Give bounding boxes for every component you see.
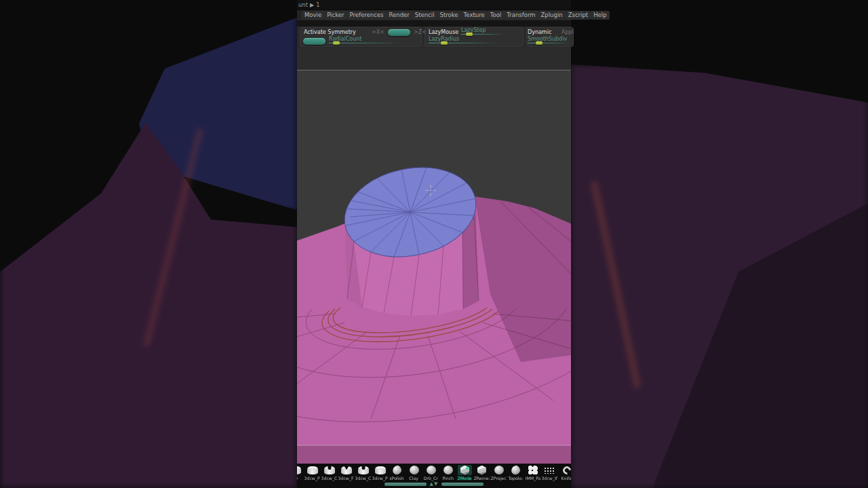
lazystep-label: LazyStep: [461, 27, 486, 33]
menu-render[interactable]: Render: [386, 11, 412, 20]
brush-item[interactable]: Clay: [406, 465, 422, 481]
brush-item[interactable]: sPolish: [389, 465, 406, 481]
menu-tool[interactable]: Tool: [488, 11, 505, 20]
smoothsubdiv-label: SmoothSubdiv: [528, 36, 567, 42]
polish-brush-icon: [392, 465, 402, 475]
lazyradius-handle[interactable]: [441, 41, 448, 45]
brush-item[interactable]: ZReme:: [473, 465, 490, 481]
tray-scroll-track-left[interactable]: [384, 483, 427, 486]
canvas-top-band: [297, 47, 571, 70]
brush-item[interactable]: 3dcw_F: [338, 465, 355, 481]
brush-item[interactable]: _D: [297, 465, 304, 481]
activate-symmetry-button[interactable]: Activate Symmetry: [304, 29, 356, 35]
smoothsubdiv-track: [528, 43, 571, 43]
brush-item[interactable]: Pinch: [439, 465, 456, 481]
video-backdrop-right: [571, 0, 868, 488]
menu-movie[interactable]: Movie: [302, 11, 324, 20]
radialcount-toggle[interactable]: [303, 38, 326, 45]
orb-brush-icon: [427, 466, 436, 474]
menu-stencil[interactable]: Stencil: [412, 11, 437, 20]
menu-zscript[interactable]: Zscript: [566, 11, 591, 20]
cylinder-brush-icon: [297, 466, 301, 474]
lazyradius-track: [429, 43, 498, 43]
zremesher-cube-icon: [477, 466, 486, 475]
zproject-brush-icon: [494, 466, 504, 474]
brush-item[interactable]: 3dcw_P: [304, 465, 321, 481]
menu-transform[interactable]: Transform: [504, 11, 538, 20]
brush-item[interactable]: 3dcw_If: [541, 465, 558, 481]
topology-brush-icon: [511, 465, 521, 475]
brush-tray: _D 3dcw_P 3dcw_C 3dcw_F 3dcw_C: [297, 464, 571, 488]
menu-help[interactable]: Help: [591, 11, 609, 20]
pinch-brush-icon: [443, 466, 453, 474]
sculpt-viewport[interactable]: [297, 70, 571, 464]
symmetry-x-button[interactable]: >X<: [372, 29, 384, 35]
radialcount-handle[interactable]: [333, 41, 340, 45]
apply-button[interactable]: Appl: [561, 29, 574, 35]
brush-item[interactable]: Orb_Cr: [422, 465, 439, 481]
menu-picker[interactable]: Picker: [324, 11, 347, 20]
knife-brush-icon: [561, 464, 571, 476]
brush-item[interactable]: 3dcw_P: [372, 465, 389, 481]
video-backdrop-left: [0, 0, 297, 488]
tray-scroll-track-right[interactable]: [441, 483, 484, 486]
cylinder-brush-icon: [375, 466, 386, 474]
zmode-cube-icon: [460, 466, 469, 475]
canvas-bottom-edge: [297, 445, 571, 446]
cylinder-brush-icon: [307, 466, 318, 474]
brush-item[interactable]: Knife: [558, 465, 571, 481]
vnotch-cylinder-brush-icon: [341, 466, 352, 474]
brush-item[interactable]: 3dcw_C: [321, 465, 338, 481]
dots-grid-icon: [544, 467, 555, 474]
tool-options-shelf: Activate Symmetry >X< >Z< LazyMouse Lazy…: [297, 26, 571, 47]
imm-primitives-icon: [528, 466, 538, 474]
notched-cylinder-brush-icon: [358, 466, 369, 474]
zbrush-window: unt ▶ 1 Movie Picker Preferences Render …: [297, 0, 571, 488]
brush-item-selected[interactable]: ZMode: [456, 465, 473, 481]
lazystep-slider[interactable]: LazyStep: [461, 28, 506, 36]
smoothsubdiv-slider[interactable]: SmoothSubdiv: [528, 37, 571, 45]
clay-brush-icon: [410, 466, 419, 474]
model-render: [297, 70, 571, 464]
smoothsubdiv-handle[interactable]: [536, 41, 542, 45]
menu-zplugin[interactable]: Zplugin: [538, 11, 566, 20]
dynamic-button[interactable]: Dynamic: [528, 29, 551, 35]
menu-bar: Movie Picker Preferences Render Stencil …: [297, 9, 571, 21]
toolbar-gap: [297, 21, 571, 26]
off-canvas-dim: [297, 446, 571, 464]
symmetry-z-button[interactable]: >Z<: [414, 29, 427, 35]
lazyradius-slider[interactable]: LazyRadius: [429, 37, 498, 45]
tray-scroll-arrows[interactable]: ▲▼: [430, 482, 439, 487]
lazystep-handle[interactable]: [466, 33, 473, 36]
notched-cylinder-brush-icon: [324, 466, 335, 474]
menu-preferences[interactable]: Preferences: [347, 11, 386, 20]
radialcount-slider[interactable]: RadialCount: [329, 37, 400, 45]
lazymouse-button[interactable]: LazyMouse: [429, 29, 458, 35]
brush-item[interactable]: Topolo:: [507, 465, 524, 481]
window-titlebar: unt ▶ 1: [297, 0, 571, 9]
tray-scrollbar[interactable]: ▲▼: [297, 482, 571, 487]
titlebar-text: unt ▶ 1: [298, 2, 320, 8]
symmetry-toggle[interactable]: [388, 29, 410, 36]
menu-texture[interactable]: Texture: [461, 11, 488, 20]
menu-stroke[interactable]: Stroke: [437, 11, 461, 20]
brush-item[interactable]: 3dcw_C: [355, 465, 372, 481]
brush-item[interactable]: IMM_Pa: [524, 465, 541, 481]
app-frame: unt ▶ 1 Movie Picker Preferences Render …: [0, 0, 868, 488]
brush-row: _D 3dcw_P 3dcw_C 3dcw_F 3dcw_C: [297, 464, 571, 481]
brush-item[interactable]: ZProjec: [490, 465, 507, 481]
